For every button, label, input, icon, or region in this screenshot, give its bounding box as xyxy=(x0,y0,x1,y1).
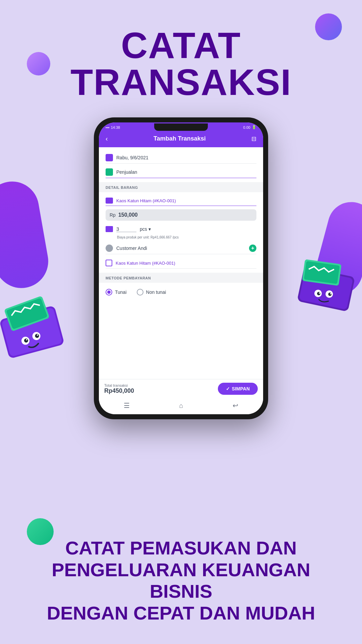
phone-notch xyxy=(154,123,208,131)
cost-per-unit: Biaya produk per unit: Rp41,666.667 /pcs xyxy=(117,235,256,239)
phone-frame: ▪▪▪ 14:38 0.00 🔋 ‹ Tambah Transaksi ⊟ xyxy=(94,117,268,419)
note-text: Kaos Katun Hitam (#KAO-001) xyxy=(116,261,175,266)
main-title-line1: CATAT xyxy=(121,24,241,66)
category-text: Penjualan xyxy=(116,169,137,175)
date-row[interactable]: Rabu, 9/6/2021 xyxy=(106,152,256,164)
content-inner: Rabu, 9/6/2021 Penjualan DETAIL BARANG xyxy=(99,147,263,303)
category-row[interactable]: Penjualan xyxy=(106,166,256,178)
radio-tunai-circle xyxy=(106,289,112,296)
save-button[interactable]: ✓ SIMPAN xyxy=(218,383,258,395)
header-title: Tambah Transaksi xyxy=(154,135,206,142)
unit-select[interactable]: pcs ▾ xyxy=(140,226,151,232)
note-icon xyxy=(106,260,112,266)
nav-menu-icon[interactable]: ☰ xyxy=(124,401,130,410)
payment-tunai-label: Tunai xyxy=(115,289,127,295)
main-title-line2: TRANSAKSI xyxy=(70,61,292,103)
unit-dropdown-icon: ▾ xyxy=(148,226,151,232)
nav-back-icon[interactable]: ↩ xyxy=(233,401,238,410)
filter-button[interactable]: ⊟ xyxy=(251,135,256,143)
product-icon xyxy=(106,198,113,204)
save-check-icon: ✓ xyxy=(226,386,230,391)
price-currency: Rp xyxy=(110,212,116,218)
product-row[interactable]: Kaos Katun Hitam (#KAO-001) xyxy=(106,196,256,206)
quantity-input[interactable] xyxy=(116,226,136,232)
unit-text: pcs xyxy=(140,226,147,232)
bottom-bar: Total transaksi Rp450,000 ✓ SIMPAN xyxy=(99,379,263,398)
battery-icon: 🔋 xyxy=(252,125,256,129)
time-display: 14:38 xyxy=(111,125,120,129)
total-section: Total transaksi Rp450,000 xyxy=(104,383,134,394)
price-input-row[interactable]: Rp 150,000 xyxy=(106,209,256,221)
back-button[interactable]: ‹ xyxy=(106,135,108,143)
payment-nontunai-label: Non tunai xyxy=(146,289,166,295)
detail-section-title: DETAIL BARANG xyxy=(106,185,138,190)
payment-non-tunai[interactable]: Non tunai xyxy=(137,289,166,296)
wallet-mascot-left xyxy=(0,292,70,359)
payment-options: Tunai Non tunai xyxy=(106,286,256,298)
cost-per-unit-text: Biaya produk per unit: Rp41,666.667 /pcs xyxy=(117,235,179,239)
bottom-text-line1: CATAT PEMASUKAN DAN xyxy=(65,537,297,558)
total-amount: Rp450,000 xyxy=(104,387,134,394)
category-icon xyxy=(106,168,113,176)
app-header: ‹ Tambah Transaksi ⊟ xyxy=(99,131,263,147)
network-speed: 0.00 xyxy=(243,125,250,129)
payment-section-title: METODE PEMBAYARAN xyxy=(106,276,151,280)
customer-row[interactable]: Customer Andi + xyxy=(106,243,256,254)
add-icon: + xyxy=(251,245,254,251)
date-text: Rabu, 9/6/2021 xyxy=(116,155,148,160)
nav-bar: ☰ ⌂ ↩ xyxy=(99,398,263,414)
phone-screen: ▪▪▪ 14:38 0.00 🔋 ‹ Tambah Transaksi ⊟ xyxy=(99,122,263,414)
status-left: ▪▪▪ 14:38 xyxy=(106,125,120,129)
nav-home-icon[interactable]: ⌂ xyxy=(179,402,183,410)
status-right: 0.00 🔋 xyxy=(243,125,256,129)
customer-icon xyxy=(106,245,113,252)
signal-icon: ▪▪▪ xyxy=(106,125,110,129)
app-content: Rabu, 9/6/2021 Penjualan DETAIL BARANG xyxy=(99,147,263,379)
add-customer-button[interactable]: + xyxy=(249,245,256,252)
price-value: 150,000 xyxy=(118,212,138,218)
radio-tunai-inner xyxy=(107,290,111,294)
detail-section-header: DETAIL BARANG xyxy=(99,182,263,192)
main-title: CATAT TRANSAKSI xyxy=(0,27,362,101)
payment-tunai[interactable]: Tunai xyxy=(106,289,127,296)
product-name: Kaos Katun Hitam (#KAO-001) xyxy=(116,198,176,203)
note-row[interactable]: Kaos Katun Hitam (#KAO-001) xyxy=(106,258,256,269)
quantity-row[interactable]: pcs ▾ xyxy=(106,224,256,234)
radio-nontunai-circle xyxy=(137,289,143,296)
payment-section-header: METODE PEMBAYARAN xyxy=(99,273,263,283)
bottom-text-line3: DENGAN CEPAT DAN MUDAH xyxy=(47,602,315,624)
save-label: SIMPAN xyxy=(232,386,250,391)
phone-mockup: ▪▪▪ 14:38 0.00 🔋 ‹ Tambah Transaksi ⊟ xyxy=(94,117,268,386)
calendar-icon xyxy=(106,154,113,161)
deco-blob-left xyxy=(0,177,53,292)
wallet-mascot-right xyxy=(295,255,359,312)
bottom-text-line2: PENGELUARAN KEUANGAN BISNIS xyxy=(52,559,310,602)
qty-icon xyxy=(106,226,113,232)
total-label: Total transaksi xyxy=(104,383,134,387)
bottom-text: CATAT PEMASUKAN DAN PENGELUARAN KEUANGAN… xyxy=(0,537,362,624)
customer-name: Customer Andi xyxy=(116,246,246,251)
